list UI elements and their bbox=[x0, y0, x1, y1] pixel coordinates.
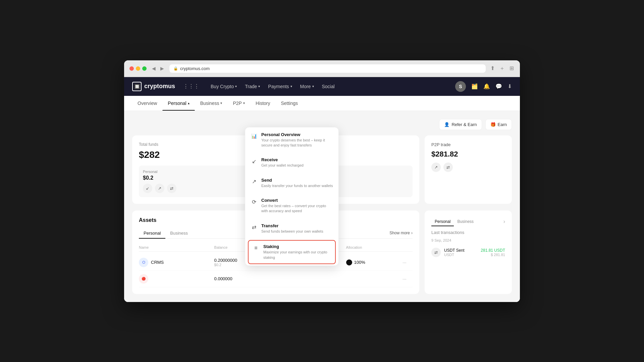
chevron-down-icon: ▾ bbox=[220, 101, 222, 105]
download-icon[interactable]: ⬇ bbox=[507, 83, 512, 89]
dropdown-item-staking[interactable]: ≡ Staking Maximize your earnings with ou… bbox=[248, 240, 336, 264]
show-more-label: Show more bbox=[389, 231, 410, 235]
dropdown-item-send[interactable]: ↗ Send Easily transfer your funds to ano… bbox=[245, 173, 338, 193]
nav-buy-crypto[interactable]: Buy Crypto ▾ bbox=[207, 82, 240, 91]
maximize-button[interactable] bbox=[142, 66, 147, 71]
chevron-down-icon: ▾ bbox=[235, 84, 237, 88]
dropdown-item-personal-overview[interactable]: 📊 Personal Overview Your crypto deserves… bbox=[245, 127, 338, 153]
convert-icon: ⟳ bbox=[251, 198, 257, 205]
dropdown-staking-content: Staking Maximize your earnings with our … bbox=[263, 244, 331, 260]
transactions-tabs: Personal Business bbox=[431, 217, 477, 226]
dropdown-item-convert[interactable]: ⟳ Convert Get the best rates – convert y… bbox=[245, 193, 338, 219]
transactions-panel: Personal Business › Last transactions 9 … bbox=[425, 210, 512, 294]
send-action-button[interactable]: ↗ bbox=[155, 184, 164, 193]
tx-name: USDT Sent bbox=[444, 248, 477, 253]
wallet-icon[interactable]: 🗂️ bbox=[471, 83, 478, 89]
bar-chart-icon: 📊 bbox=[251, 133, 257, 139]
subnav-history[interactable]: History bbox=[250, 96, 276, 111]
receive-action-button[interactable]: ↙ bbox=[143, 184, 152, 193]
chevron-down-icon: ▾ bbox=[243, 101, 245, 105]
transactions-expand-icon[interactable]: › bbox=[503, 219, 505, 225]
sub-navigation: Overview Personal ▴ Business ▾ P2P ▾ His… bbox=[124, 96, 520, 111]
transfer-icon: ⇄ bbox=[251, 224, 257, 231]
dropdown-transfer-desc: Send funds between your own wallets bbox=[261, 229, 333, 234]
refer-earn-button[interactable]: 👤 Refer & Earn bbox=[439, 119, 482, 130]
nav-more[interactable]: More ▾ bbox=[297, 82, 317, 91]
forward-button[interactable]: ▶ bbox=[159, 65, 165, 72]
back-button[interactable]: ◀ bbox=[151, 65, 157, 72]
receive-icon: ↙ bbox=[251, 158, 257, 165]
tx-amount-primary: 281.81 USDT bbox=[481, 248, 505, 253]
subnav-settings[interactable]: Settings bbox=[275, 96, 303, 111]
nav-social[interactable]: Social bbox=[319, 82, 338, 91]
dropdown-item-transfer[interactable]: ⇄ Transfer Send funds between your own w… bbox=[245, 219, 338, 239]
share-icon[interactable]: ⬆ bbox=[490, 64, 495, 73]
p2p-card-actions: ↗ ⇄ bbox=[431, 163, 505, 172]
row-2-more-button[interactable]: ··· bbox=[402, 276, 413, 282]
transactions-tab-personal[interactable]: Personal bbox=[431, 217, 454, 226]
grid-menu-icon[interactable]: ⋮⋮⋮ bbox=[183, 83, 199, 89]
tx-info: USDT Sent USDT bbox=[444, 248, 477, 257]
dropdown-staking-title: Staking bbox=[263, 244, 331, 249]
dropdown-staking-desc: Maximize your earnings with our crypto s… bbox=[263, 250, 331, 260]
token-2-balance: 0.000000 bbox=[214, 276, 290, 281]
subnav-personal[interactable]: Personal ▴ bbox=[162, 96, 195, 111]
nav-right: S 🗂️ 🔔 💬 ⬇ bbox=[455, 81, 512, 92]
logo-icon: 🔲 bbox=[132, 82, 142, 91]
minimize-button[interactable] bbox=[136, 66, 140, 71]
subnav-overview[interactable]: Overview bbox=[132, 96, 162, 111]
dropdown-item-receive[interactable]: ↙ Receive Get your wallet recharged bbox=[245, 153, 338, 173]
transactions-tab-business[interactable]: Business bbox=[454, 217, 477, 226]
p2p-send-button[interactable]: ↗ bbox=[431, 163, 441, 172]
token-2-balance-cell: 0.000000 bbox=[214, 276, 290, 281]
p2p-card-title: P2P trade bbox=[431, 142, 505, 147]
address-bar[interactable]: 🔒 cryptomus.com bbox=[169, 64, 486, 73]
send-icon: ↗ bbox=[251, 178, 257, 185]
refer-earn-icon: 👤 bbox=[444, 122, 449, 127]
subnav-p2p[interactable]: P2P ▾ bbox=[227, 96, 250, 111]
grid-view-icon[interactable]: ⊞ bbox=[509, 64, 515, 73]
subnav-overview-label: Overview bbox=[138, 101, 157, 106]
chevron-up-icon: ▴ bbox=[188, 101, 190, 105]
chat-icon[interactable]: 💬 bbox=[495, 83, 502, 89]
logo[interactable]: 🔲 cryptomus bbox=[132, 82, 175, 91]
browser-nav-controls: ◀ ▶ bbox=[151, 65, 165, 72]
show-more-button[interactable]: Show more › bbox=[389, 228, 413, 238]
p2p-convert-button[interactable]: ⇄ bbox=[443, 163, 453, 172]
bell-icon[interactable]: 🔔 bbox=[483, 83, 490, 89]
col-allocation: Allocation bbox=[346, 245, 402, 249]
tab-personal[interactable]: Personal bbox=[139, 228, 165, 238]
tab-business[interactable]: Business bbox=[165, 228, 193, 238]
chevron-down-icon: ▾ bbox=[258, 84, 260, 88]
close-button[interactable] bbox=[129, 66, 134, 71]
nav-payments-label: Payments bbox=[268, 84, 289, 89]
tx-transfer-icon: ⇄ bbox=[431, 248, 441, 257]
row-more-button[interactable]: ··· bbox=[402, 260, 413, 265]
browser-actions: ⬆ ＋ ⊞ bbox=[490, 64, 515, 73]
nav-payments[interactable]: Payments ▾ bbox=[265, 82, 295, 91]
earn-button[interactable]: 🎁 Earn bbox=[485, 119, 512, 130]
dropdown-overview-desc: Your crypto deserves the best – keep it … bbox=[261, 138, 333, 148]
token-cell-crms: ⬡ CRMS bbox=[139, 258, 214, 267]
app-content: 🔲 cryptomus ⋮⋮⋮ Buy Crypto ▾ Trade ▾ Pay… bbox=[124, 77, 520, 302]
top-navigation: 🔲 cryptomus ⋮⋮⋮ Buy Crypto ▾ Trade ▾ Pay… bbox=[124, 77, 520, 96]
chevron-down-icon: ▾ bbox=[290, 84, 292, 88]
traffic-lights bbox=[129, 66, 147, 71]
subnav-business[interactable]: Business ▾ bbox=[195, 96, 228, 111]
staking-icon: ≡ bbox=[253, 245, 259, 251]
dropdown-send-title: Send bbox=[261, 178, 333, 183]
crms-token-icon: ⬡ bbox=[139, 258, 148, 267]
crms-allocation: 100% bbox=[346, 259, 402, 265]
nav-trade[interactable]: Trade ▾ bbox=[241, 82, 263, 91]
browser-window: ◀ ▶ 🔒 cryptomus.com ⬆ ＋ ⊞ 🔲 cryptomus ⋮⋮… bbox=[124, 60, 520, 302]
dropdown-overview-title: Personal Overview bbox=[261, 132, 333, 137]
transactions-tab-row: Personal Business › bbox=[431, 217, 505, 226]
new-tab-icon[interactable]: ＋ bbox=[499, 64, 505, 73]
convert-action-button[interactable]: ⇄ bbox=[167, 184, 176, 193]
tx-sub: USDT bbox=[444, 253, 477, 257]
p2p-card-amount: $281.82 bbox=[431, 150, 505, 159]
nav-buy-crypto-label: Buy Crypto bbox=[211, 84, 234, 89]
table-row: 🔴 0.000000 ··· bbox=[139, 271, 413, 287]
avatar[interactable]: S bbox=[455, 81, 466, 92]
browser-chrome: ◀ ▶ 🔒 cryptomus.com ⬆ ＋ ⊞ bbox=[124, 60, 520, 77]
